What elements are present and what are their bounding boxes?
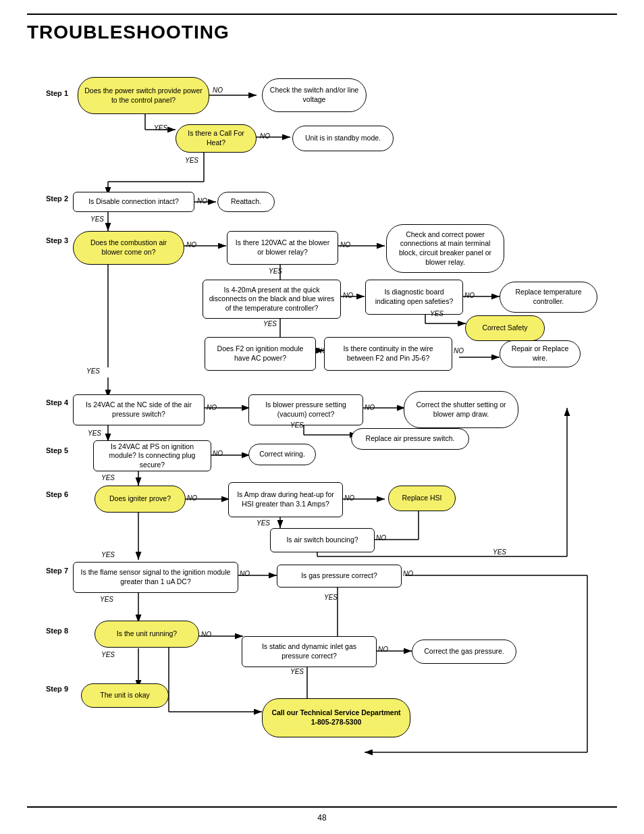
label-yes-n1: YES [154,124,167,132]
step-label-5: Step 5 [46,446,68,454]
label-yes-n23: YES [101,551,115,558]
node-n5: Is Disable connection intact? [73,192,194,212]
node-n16: Repair or Replace wire. [500,340,581,367]
step-label-8: Step 8 [46,627,68,635]
label-no-n7: NO [186,241,196,249]
node-n29: Is the unit running? [95,621,199,648]
label-no-n28: NO [403,570,413,577]
node-n6: Reattach. [217,192,275,212]
label-yes-n10: YES [263,320,277,328]
node-n28: Is gas pressure correct? [277,565,402,588]
node-n17: Is 24VAC at the NC side of the air press… [73,394,205,425]
label-yes-n20: YES [101,474,115,481]
label-yes-n11: YES [430,310,444,317]
node-n21: Correct wiring. [248,444,316,465]
node-n12: Replace temperature controller. [500,282,597,313]
node-n31: Correct the gas pressure. [412,640,516,664]
label-no-n11: NO [464,292,475,299]
node-n19: Correct the shutter setting or blower am… [404,391,518,428]
label-no-n1: NO [213,86,223,94]
label-yes-n7: YES [86,367,100,375]
label-no-n10: NO [343,292,353,299]
node-n3: Is there a Call For Heat? [176,124,257,153]
diagram-area: Step 1 Step 2 Step 3 Step 4 Step 5 Step … [27,57,621,800]
top-border [27,14,617,15]
label-yes-n26: YES [493,548,506,556]
page-number: 48 [27,813,617,823]
label-no-n27: NO [240,570,250,577]
label-no-n24: NO [344,494,354,502]
label-no-n23: NO [187,494,197,502]
step-label-2: Step 2 [46,194,68,203]
label-no-n30: NO [378,646,388,653]
node-n27: Is the flame sensor signal to the igniti… [73,562,238,593]
step-label-4: Step 4 [46,398,68,407]
step-label-1: Step 1 [46,89,68,97]
label-yes-n5: YES [90,215,104,223]
label-no-n18: NO [365,404,375,411]
node-n15: Is there continuity in the wire between … [324,337,452,371]
node-n7: Does the combustion air blower come on? [73,231,184,265]
step-label-3: Step 3 [46,236,68,244]
label-no-n20: NO [213,450,223,457]
label-yes-n24: YES [257,519,270,527]
label-yes-n30: YES [290,668,304,675]
label-no-n17: NO [207,404,217,411]
node-n2: Check the switch and/or line voltage [262,78,367,112]
label-yes-n29: YES [101,651,115,658]
node-n1: Does the power switch provide power to t… [78,77,209,114]
node-n30: Is static and dynamic inlet gas pressure… [242,636,377,667]
node-n25: Replace HSI [388,486,456,511]
label-yes-n17: YES [88,429,101,437]
step-label-7: Step 7 [46,567,68,575]
node-n33: Call our Technical Service Department 1-… [262,698,410,737]
node-n23: Does igniter prove? [95,486,186,513]
step-label-6: Step 6 [46,490,68,498]
page: TROUBLESHOOTING [0,0,644,834]
node-n10: Is 4-20mA present at the quick disconnec… [203,280,341,319]
label-yes-n18: YES [290,421,304,429]
step-label-9: Step 9 [46,685,68,693]
node-n18: Is blower pressure setting (vacuum) corr… [248,394,363,425]
node-n14: Does F2 on ignition module have AC power… [205,337,316,371]
label-no-n29: NO [201,631,211,638]
label-no-n26: NO [376,534,386,542]
node-n32: The unit is okay [81,683,169,708]
node-n13: Correct Safety [465,315,545,341]
node-n9: Check and correct power connections at m… [386,224,504,273]
label-no-n8: NO [340,241,350,249]
node-n26: Is air switch bouncing? [270,528,375,552]
label-yes-n28: YES [324,594,338,601]
node-n22: Replace air pressure switch. [351,428,469,450]
bottom-border [27,806,617,808]
label-yes-n27: YES [100,596,113,603]
label-yes-n8: YES [269,267,282,275]
label-no-n3: NO [260,132,270,140]
label-no-n15: NO [454,347,464,355]
label-no-n5: NO [197,197,207,205]
node-n11: Is diagnostic board indicating open safe… [365,280,463,315]
node-n20: Is 24VAC at PS on ignition module? Is co… [93,440,211,471]
node-n8: Is there 120VAC at the blower or blower … [227,231,338,265]
page-title: TROUBLESHOOTING [27,22,617,43]
node-n24: Is Amp draw during heat-up for HSI great… [228,482,343,517]
node-n4: Unit is in standby mode. [292,126,394,151]
label-yes-n3: YES [185,157,198,164]
